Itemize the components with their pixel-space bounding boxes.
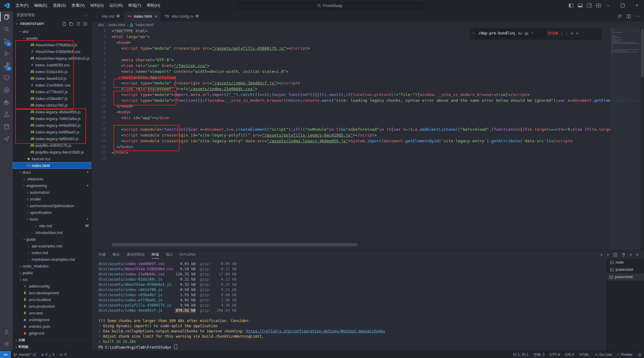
- tree-item-specification[interactable]: ›specification: [13, 209, 91, 216]
- tree-item-index-1edd605f.css[interactable]: #index-1edd605f.css: [13, 62, 91, 68]
- tree-item-AboutView-076db8a1.js[interactable]: JSAboutView-076db8a1.js: [13, 41, 91, 48]
- tree-item-index-legacy-4bdee955.js[interactable]: JSindex-legacy-4bdee955.js: [13, 108, 91, 115]
- git-branch-status[interactable]: master*: [11, 351, 39, 358]
- tree-item-.env.test[interactable]: $.env.test: [13, 310, 91, 316]
- panel-tab-问题[interactable]: 问题: [99, 251, 106, 259]
- outline-section[interactable]: › 大纲: [13, 336, 91, 343]
- tree-item-performanceOptimization[interactable]: ›performanceOptimization: [13, 202, 91, 209]
- tree-item-.env.localtest[interactable]: $.env.localtest: [13, 296, 91, 303]
- breadcrumb-item[interactable]: dist: [98, 23, 104, 27]
- tree-item-.eslintignore[interactable]: ◈.eslintignore: [13, 316, 91, 323]
- timeline-section[interactable]: › 时间线: [13, 343, 91, 350]
- code-line[interactable]: 9 <title>Vite App</title>: [91, 74, 644, 80]
- refresh-icon[interactable]: [76, 22, 81, 26]
- maximize-button[interactable]: [615, 0, 630, 11]
- tree-item-.vitepress[interactable]: ›.vitepress: [13, 175, 91, 182]
- code-line[interactable]: 22</html>: [91, 150, 644, 155]
- tree-item-polyfills-43600175.js[interactable]: JSpolyfills-43600175.js: [13, 142, 91, 149]
- maximize-panel-icon[interactable]: ∧: [630, 253, 632, 257]
- activity-extensions-button[interactable]: 4: [0, 59, 13, 72]
- split-terminal-icon[interactable]: [613, 253, 617, 257]
- indentation-status[interactable]: 空格: 2: [531, 351, 547, 358]
- code-line[interactable]: 8 <meta name="viewport" content="width=d…: [91, 69, 644, 74]
- tree-item-docs[interactable]: ›docs●: [13, 169, 91, 175]
- terminal-prompt[interactable]: PS C:\zzh\work\gitlab\FrontStudy>: [99, 344, 604, 350]
- activity-source-control-button[interactable]: 4: [0, 35, 13, 47]
- code-line[interactable]: 15 <body>: [91, 109, 644, 115]
- tree-item-index-legacy-faf65e93.js[interactable]: JSindex-legacy-faf65e93.js: [13, 135, 91, 142]
- tree-item-index-21e0b6dc.css[interactable]: #index-21e0b6dc.css: [13, 82, 91, 88]
- code-line[interactable]: 14 </head>: [91, 103, 644, 109]
- remote-indicator[interactable]: ><: [0, 351, 11, 358]
- tree-item-introduction.md[interactable]: ↓introduction.md: [13, 229, 91, 236]
- panel-tab-输出[interactable]: 输出: [113, 251, 120, 259]
- tree-item-index-legacy-7d902a6a.js[interactable]: JSindex-legacy-7d902a6a.js: [13, 115, 91, 122]
- tree-item-.env.development[interactable]: $.env.development: [13, 289, 91, 296]
- code-line[interactable]: 23: [91, 155, 644, 161]
- find-in-selection-icon[interactable]: ≡: [570, 31, 574, 36]
- tree-item-guide[interactable]: ›guide: [13, 236, 91, 243]
- tree-item-automation[interactable]: ›automation: [13, 189, 91, 196]
- settings-button[interactable]: [0, 338, 13, 350]
- tree-item-model[interactable]: ›model: [13, 196, 91, 202]
- close-panel-icon[interactable]: ×: [636, 252, 639, 257]
- breadcrumb-item[interactable]: "index.html": [135, 23, 154, 27]
- minimap[interactable]: [610, 28, 641, 250]
- tree-item-index-legacy-449a9593.js[interactable]: JSindex-legacy-449a9593.js: [13, 122, 91, 129]
- editor-horizontal-scrollbar[interactable]: [112, 243, 357, 246]
- regex-icon[interactable]: .*: [531, 31, 533, 35]
- breadcrumb[interactable]: dist›index.html›{}"index.html": [91, 22, 644, 28]
- collapse-all-icon[interactable]: [83, 22, 88, 26]
- account-button[interactable]: [0, 326, 13, 338]
- whole-word-icon[interactable]: ab: [524, 31, 528, 35]
- tree-item-api-examples.md[interactable]: ↓api-examples.md: [13, 243, 91, 249]
- tree-item-node_modules[interactable]: ›node_modules: [13, 263, 91, 269]
- tree-item-index-3eed42cf.js[interactable]: JSindex-3eed42cf.js: [13, 75, 91, 82]
- tree-item-public[interactable]: ›public: [13, 269, 91, 276]
- activity-send-button[interactable]: [0, 133, 13, 145]
- code-line[interactable]: 16 <div id="app"></div>: [91, 115, 644, 121]
- tree-item-favicon.ico[interactable]: ★favicon.ico: [13, 155, 91, 162]
- match-case-icon[interactable]: Aa: [518, 31, 522, 35]
- encoding-status[interactable]: UTF-8: [547, 351, 563, 358]
- minimize-button[interactable]: –: [601, 0, 615, 11]
- panel-tab-调试控制台[interactable]: 调试控制台: [127, 251, 145, 259]
- terminal-session-powershell[interactable]: powershell: [607, 273, 644, 281]
- code-line[interactable]: 6 <meta charset="UTF-8">: [91, 57, 644, 63]
- tree-item-vite.md[interactable]: ↓vite.mdM: [13, 222, 91, 229]
- code-line[interactable]: 5: [91, 51, 644, 57]
- tree-item-index-a773ba02.js[interactable]: JSindex-a773ba02.js: [13, 88, 91, 95]
- menu-item[interactable]: 帮助(H): [144, 0, 163, 11]
- panel-tab-终端[interactable]: 终端: [152, 251, 159, 259]
- find-previous-icon[interactable]: ↑: [560, 31, 563, 36]
- activity-remote-explorer-button[interactable]: [0, 72, 13, 84]
- toggle-secondary-sidebar-icon[interactable]: [587, 3, 592, 8]
- code-line[interactable]: 18 <script nomodule>!function(){var e=do…: [91, 126, 644, 132]
- history-icon[interactable]: [617, 14, 622, 19]
- tree-item-dist[interactable]: ›dist: [13, 28, 91, 35]
- code-line[interactable]: 21 </body>: [91, 144, 644, 150]
- code-editor[interactable]: 1<!DOCTYPE html>2<html lang="en">3 <head…: [91, 28, 644, 250]
- code-line[interactable]: 4 <script type="module" crossorigin src=…: [91, 45, 644, 51]
- breadcrumb-item[interactable]: index.html: [109, 23, 125, 27]
- find-input[interactable]: [478, 31, 516, 36]
- eol-status[interactable]: CRLF: [563, 351, 577, 358]
- customize-layout-icon[interactable]: [596, 3, 601, 8]
- command-center-search[interactable]: FrontStudy: [236, 2, 423, 9]
- problems-status[interactable]: ⊘0 △0: [39, 351, 57, 358]
- terminal-output[interactable]: dist/assets/index-1edd605f.css0.03 kBgzi…: [99, 261, 604, 351]
- code-line[interactable]: 12 <script type="module">import.meta.url…: [91, 92, 644, 97]
- explorer-section-header[interactable]: › FRONTSTUDY: [13, 19, 91, 28]
- code-line[interactable]: 20 <script nomodule crossorigin id="vite…: [91, 138, 644, 144]
- language-mode[interactable]: HTML: [577, 351, 592, 358]
- terminal-session-node[interactable]: node: [607, 259, 644, 266]
- panel-tab-GITLENS[interactable]: GITLENS: [180, 251, 196, 259]
- menu-item[interactable]: 转到(G): [88, 0, 107, 11]
- go-live-button[interactable]: Go Live: [592, 351, 614, 358]
- new-folder-icon[interactable]: [69, 22, 74, 26]
- new-file-icon[interactable]: [62, 22, 67, 26]
- code-line[interactable]: 11 <link rel="stylesheet" href="/assets/…: [91, 86, 644, 92]
- activity-run-debug-button[interactable]: [0, 47, 13, 59]
- panel-tab-端口[interactable]: 端口: [166, 251, 173, 259]
- terminal-session-powershell[interactable]: powershell: [607, 266, 644, 273]
